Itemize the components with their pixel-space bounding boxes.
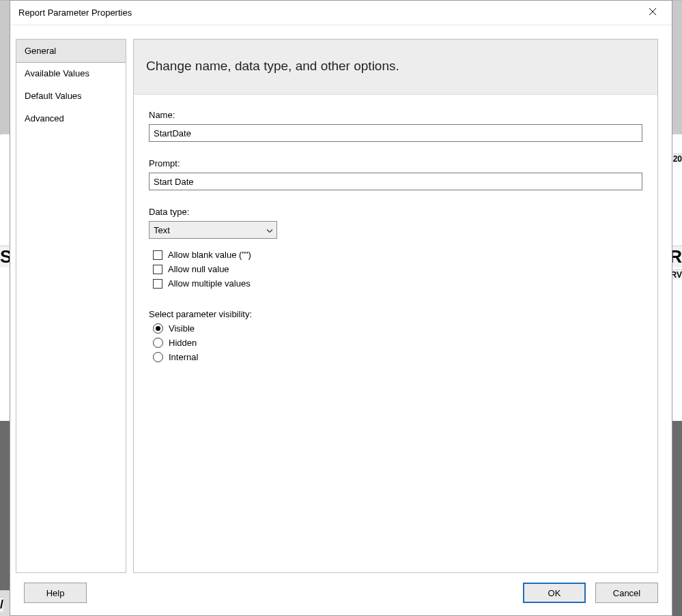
bg-text-slash: / [0,597,3,612]
cancel-button-label: Cancel [613,588,640,598]
ok-button[interactable]: OK [523,583,586,603]
help-button[interactable]: Help [24,583,87,603]
close-icon [649,8,657,18]
visibility-internal-row: Internal [153,352,642,362]
datatype-select-value[interactable] [149,221,277,239]
prompt-label: Prompt: [149,158,642,168]
help-button-label: Help [46,588,65,598]
bg-text-right-20: 20 [673,153,682,164]
content-body: Name: Prompt: Data type: Allow blank va [134,95,657,572]
allow-multiple-checkbox[interactable] [153,279,162,289]
visibility-hidden-row: Hidden [153,338,642,348]
visibility-hidden-radio[interactable] [153,338,163,348]
sidebar-item-label: Available Values [25,68,89,78]
visibility-visible-label: Visible [169,323,195,334]
visibility-section-label: Select parameter visibility: [149,309,642,319]
allow-null-check-row: Allow null value [153,264,642,274]
sidebar-item-label: Default Values [25,91,82,101]
close-button[interactable] [639,3,666,23]
sidebar-item-available-values[interactable]: Available Values [16,62,126,85]
dialog-report-parameter-properties: Report Parameter Properties General Avai… [10,0,672,616]
visibility-hidden-label: Hidden [169,338,197,348]
sidebar-item-default-values[interactable]: Default Values [16,85,126,107]
bg-fragment [0,134,10,421]
ok-button-label: OK [548,588,561,598]
visibility-visible-row: Visible [153,323,642,334]
name-input[interactable] [149,124,642,142]
allow-null-checkbox[interactable] [153,265,162,274]
cancel-button[interactable]: Cancel [595,583,658,603]
sidebar-item-advanced[interactable]: Advanced [16,107,126,130]
bg-fragment [672,0,682,134]
bg-fragment [0,0,10,134]
allow-multiple-check-row: Allow multiple values [153,278,642,289]
sidebar-item-label: General [25,46,56,56]
content-pane: Change name, data type, and other option… [133,39,658,573]
visibility-visible-radio[interactable] [153,323,163,334]
allow-blank-label: Allow blank value ("") [168,250,251,260]
allow-null-label: Allow null value [168,264,229,274]
sidebar-item-general[interactable]: General [16,39,126,63]
allow-blank-checkbox[interactable] [153,250,162,260]
window-title: Report Parameter Properties [18,8,639,18]
datatype-select[interactable] [149,221,277,239]
bg-text-right-rv: RV [671,269,682,280]
visibility-internal-radio[interactable] [153,352,163,362]
allow-multiple-label: Allow multiple values [168,278,251,289]
visibility-internal-label: Internal [169,352,198,362]
titlebar: Report Parameter Properties [10,1,672,25]
sidebar: General Available Values Default Values … [16,39,126,573]
dialog-body: General Available Values Default Values … [10,25,672,573]
dialog-footer: Help OK Cancel [10,573,672,615]
prompt-input[interactable] [149,173,642,190]
datatype-label: Data type: [149,207,642,217]
content-header: Change name, data type, and other option… [134,40,657,95]
sidebar-item-label: Advanced [25,113,64,123]
name-label: Name: [149,110,642,120]
allow-blank-check-row: Allow blank value ("") [153,250,642,260]
